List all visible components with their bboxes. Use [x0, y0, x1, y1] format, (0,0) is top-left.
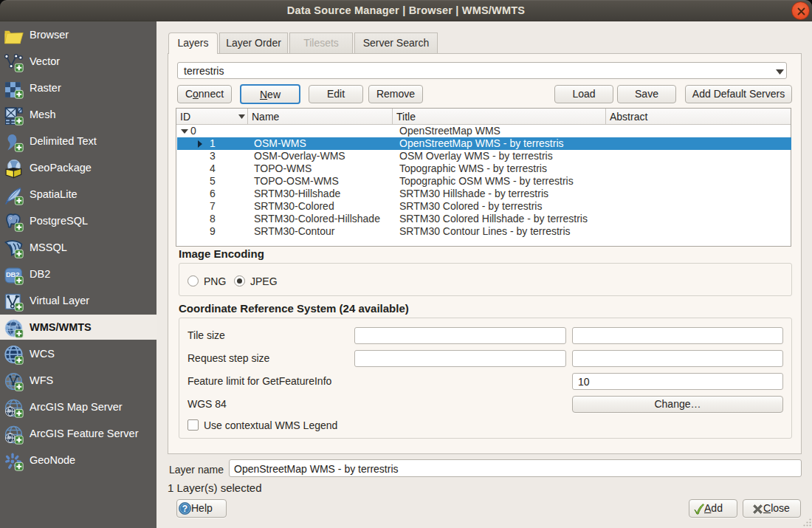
svg-text:?: ?: [182, 504, 187, 514]
